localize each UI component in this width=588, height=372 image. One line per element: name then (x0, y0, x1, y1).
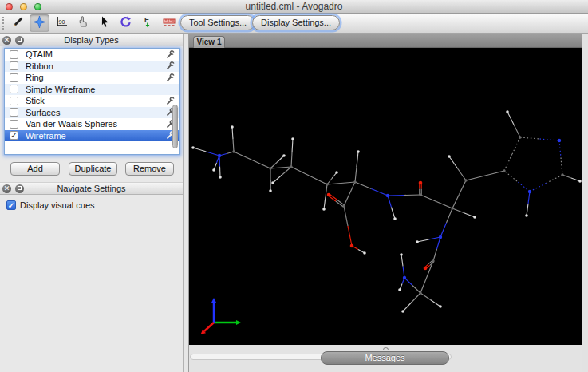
select-tool-button[interactable] (94, 14, 114, 32)
molecule-bonds[interactable] (193, 112, 580, 311)
n-atom[interactable] (386, 194, 389, 197)
c-atom[interactable] (232, 150, 235, 152)
tab-view-1[interactable]: View 1 (193, 36, 225, 48)
display-type-checkbox[interactable] (10, 120, 18, 129)
n-atom[interactable] (403, 276, 406, 279)
dock-splitter[interactable] (184, 34, 189, 372)
navigate-settings-header[interactable]: ✕ Navigate Settings (0, 182, 183, 195)
circular-arrow-icon (120, 16, 132, 31)
navigate-tool-button[interactable] (30, 14, 49, 32)
c-atom[interactable] (269, 167, 271, 169)
display-type-row[interactable]: QTAIM (5, 49, 179, 61)
molecule-viewport[interactable] (189, 48, 582, 345)
h-atom[interactable] (401, 310, 404, 313)
h-atom[interactable] (357, 150, 360, 153)
add-button[interactable]: Add (10, 162, 60, 176)
h-atom[interactable] (291, 137, 294, 140)
bond-centric-tool-button[interactable]: 90 (51, 14, 71, 32)
o-atom[interactable] (327, 193, 331, 197)
n-atom[interactable] (218, 154, 221, 157)
c-atom[interactable] (419, 193, 421, 196)
display-type-row[interactable]: Surfaces (5, 107, 179, 119)
display-type-row[interactable]: Ribbon (5, 61, 179, 73)
h-atom[interactable] (393, 217, 397, 220)
h-atom[interactable] (231, 125, 234, 129)
c-atom[interactable] (342, 204, 345, 207)
h-atom[interactable] (416, 240, 419, 243)
auto-optimize-tool-button[interactable]: E (137, 14, 157, 32)
h-atom[interactable] (191, 146, 195, 149)
minimize-window-button[interactable] (20, 3, 27, 10)
draw-tool-button[interactable] (8, 14, 28, 32)
messages-resize-grip[interactable] (383, 347, 389, 350)
h-atom[interactable] (473, 216, 476, 219)
display-type-row[interactable]: Stick (5, 95, 179, 107)
display-type-row[interactable]: ✓Wireframe (5, 130, 179, 142)
molecule-atoms[interactable] (191, 110, 582, 313)
h-atom[interactable] (322, 208, 326, 211)
c-atom[interactable] (519, 136, 521, 138)
close-panel-icon[interactable]: ✕ (2, 184, 11, 193)
c-atom[interactable] (353, 180, 356, 183)
display-settings-button[interactable]: Display Settings... (252, 15, 340, 30)
h-atom[interactable] (439, 305, 442, 308)
h-atom[interactable] (506, 110, 509, 113)
display-types-scrollbar-thumb[interactable] (172, 105, 178, 148)
display-type-row[interactable]: Simple Wireframe (5, 84, 179, 96)
molecule-wireframe[interactable] (189, 48, 582, 345)
n-atom[interactable] (528, 190, 531, 193)
h-atom[interactable] (282, 154, 286, 157)
h-atom[interactable] (363, 251, 366, 255)
n-atom[interactable] (558, 139, 561, 142)
duplicate-button[interactable]: Duplicate (69, 162, 117, 176)
float-panel-icon[interactable] (15, 184, 24, 193)
close-panel-icon[interactable]: ✕ (2, 36, 11, 45)
h-atom[interactable] (525, 214, 528, 217)
measure-tool-button[interactable] (159, 14, 179, 32)
close-window-button[interactable] (6, 3, 13, 10)
auto-rotate-tool-button[interactable] (116, 14, 136, 32)
title-bar[interactable]: untitled.cml - Avogadro (0, 0, 588, 14)
c-atom[interactable] (432, 259, 434, 262)
display-type-checkbox[interactable] (10, 85, 18, 93)
display-type-row[interactable]: Ring (5, 72, 179, 84)
display-type-row[interactable]: Van der Waals Spheres (5, 118, 179, 130)
manipulate-tool-button[interactable] (73, 14, 93, 32)
wrench-settings-icon[interactable] (166, 50, 175, 61)
display-type-checkbox[interactable] (10, 50, 18, 59)
wrench-settings-icon[interactable] (166, 61, 175, 72)
display-type-checkbox[interactable] (10, 73, 18, 82)
display-type-checkbox[interactable] (10, 61, 18, 70)
c-atom[interactable] (419, 291, 421, 294)
tool-settings-button[interactable]: Tool Settings... (180, 15, 255, 30)
h-atom[interactable] (271, 181, 274, 184)
n-atom[interactable] (439, 235, 442, 239)
zoom-window-button[interactable] (34, 3, 41, 10)
c-atom[interactable] (290, 165, 292, 168)
c-atom[interactable] (464, 179, 467, 181)
h-atom[interactable] (212, 168, 215, 172)
display-type-checkbox[interactable]: ✓ (10, 131, 18, 140)
o-atom[interactable] (350, 244, 354, 248)
h-atom[interactable] (448, 155, 451, 158)
wrench-settings-icon[interactable] (166, 73, 175, 84)
toolbar-drag-handle[interactable] (2, 17, 5, 30)
remove-button[interactable]: Remove (125, 162, 174, 176)
h-atom[interactable] (335, 171, 338, 174)
c-atom[interactable] (561, 173, 563, 176)
o-atom[interactable] (424, 267, 428, 271)
h-atom[interactable] (400, 253, 403, 256)
h-atom[interactable] (219, 176, 222, 179)
o-atom[interactable] (419, 181, 423, 185)
display-visual-cues-checkbox[interactable]: ✓ (6, 200, 16, 210)
h-atom[interactable] (398, 288, 401, 291)
c-atom[interactable] (451, 207, 453, 209)
h-atom[interactable] (269, 189, 272, 192)
display-types-header[interactable]: ✕ Display Types (0, 34, 183, 46)
display-type-checkbox[interactable] (10, 97, 18, 105)
messages-button[interactable]: Messages (321, 351, 449, 365)
c-atom[interactable] (326, 183, 328, 185)
c-atom[interactable] (503, 169, 505, 172)
display-type-checkbox[interactable] (10, 108, 18, 117)
float-panel-icon[interactable] (15, 36, 24, 45)
